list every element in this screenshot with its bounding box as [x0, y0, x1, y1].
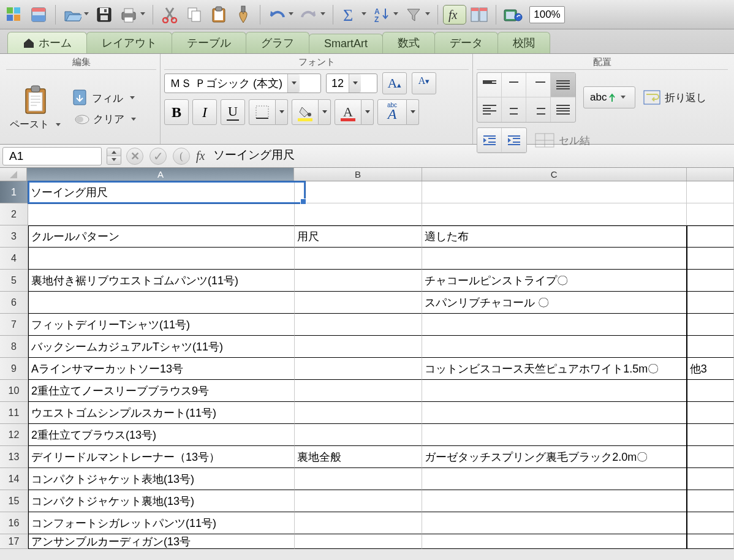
bold-button[interactable]: B — [164, 99, 189, 125]
cut-icon[interactable] — [158, 4, 181, 26]
cell[interactable] — [687, 468, 734, 490]
cell[interactable]: ソーイング用尺 — [28, 181, 295, 203]
cell[interactable] — [687, 336, 734, 358]
cell[interactable]: コンパクトジャケット裏地(13号) — [28, 490, 295, 512]
cell[interactable] — [687, 203, 734, 225]
tab-formula[interactable]: 数式 — [382, 32, 435, 53]
row-head[interactable]: 13 — [0, 446, 28, 468]
cell[interactable]: 用尺 — [295, 225, 422, 248]
row-head[interactable]: 17 — [0, 534, 28, 549]
cell[interactable] — [687, 225, 734, 248]
cell[interactable]: フィットデイリーTシャツ(11号) — [28, 314, 295, 336]
show-panel-icon[interactable] — [27, 4, 50, 26]
cell[interactable]: 適した布 — [422, 225, 686, 248]
cell[interactable] — [687, 248, 734, 270]
name-box-stepper[interactable] — [107, 148, 121, 165]
row-head[interactable]: 16 — [0, 512, 28, 534]
cell[interactable]: 裏地付き裾リブウエストゴムパンツ(11号) — [28, 270, 295, 292]
clear-button[interactable]: クリア — [71, 112, 139, 126]
media-icon[interactable] — [501, 4, 524, 26]
undo-icon[interactable] — [265, 4, 289, 26]
cell[interactable] — [422, 424, 686, 446]
cell[interactable] — [687, 446, 734, 468]
cell[interactable]: デイリードルマントレーナー（13号） — [28, 446, 295, 468]
redo-icon[interactable] — [297, 4, 320, 26]
cell[interactable]: スパンリブチャコール 〇 — [422, 292, 686, 314]
cell[interactable] — [295, 270, 422, 292]
dashboard-icon[interactable] — [2, 4, 26, 26]
col-head-c[interactable]: C — [422, 168, 687, 181]
cell[interactable] — [687, 512, 734, 534]
tab-table[interactable]: テーブル — [172, 32, 246, 53]
format-painter-icon[interactable] — [232, 4, 255, 26]
cell[interactable]: Aラインサマーカットソー13号 — [28, 358, 295, 380]
col-head-b[interactable]: B — [294, 168, 422, 181]
cell[interactable] — [422, 534, 686, 549]
toolbox-icon[interactable] — [467, 4, 491, 26]
cell[interactable]: チャコールピンストライプ〇 — [422, 270, 686, 292]
underline-button[interactable]: U — [221, 99, 245, 125]
cell[interactable]: コンパクトジャケット表地(13号) — [28, 468, 295, 490]
cell[interactable]: 2重仕立てノースリーブブラウス9号 — [28, 380, 295, 402]
row-head[interactable]: 5 — [0, 270, 28, 292]
cell[interactable]: 他3 — [687, 358, 734, 380]
merge-cells-button[interactable]: セル結 — [534, 132, 590, 148]
cell[interactable] — [28, 292, 295, 314]
formula-input[interactable]: ソーイング用尺 — [210, 147, 732, 165]
cell[interactable] — [687, 270, 734, 292]
cell[interactable] — [687, 402, 734, 424]
cell[interactable] — [422, 248, 686, 270]
cell[interactable]: ウエストゴムシンプルスカート(11号) — [28, 402, 295, 424]
cell[interactable] — [295, 336, 422, 358]
spreadsheet[interactable]: A B C 1 2 3 4 5 6 7 8 9 10 11 12 13 14 1… — [0, 168, 734, 549]
border-button[interactable] — [249, 99, 276, 125]
row-head[interactable]: 11 — [0, 402, 28, 424]
tab-home[interactable]: ホーム — [7, 32, 87, 53]
accept-formula-icon[interactable]: ✓ — [149, 148, 167, 165]
cell[interactable] — [295, 292, 422, 314]
cell[interactable] — [422, 512, 686, 534]
select-all-corner[interactable] — [0, 168, 27, 181]
cell[interactable]: 2重仕立てブラウス(13号) — [28, 424, 295, 446]
row-head[interactable]: 8 — [0, 336, 28, 358]
row-head[interactable]: 15 — [0, 490, 28, 512]
cell[interactable] — [295, 203, 422, 225]
cell[interactable] — [422, 490, 686, 512]
cell[interactable] — [687, 314, 734, 336]
tab-data[interactable]: データ — [434, 32, 498, 53]
cell[interactable] — [295, 248, 422, 270]
cell[interactable] — [422, 203, 686, 225]
col-head-d[interactable] — [687, 168, 734, 181]
increase-font-button[interactable]: A▴ — [382, 72, 407, 94]
paste-button[interactable]: ペースト — [6, 83, 67, 132]
row-head[interactable]: 4 — [0, 248, 28, 270]
col-head-a[interactable]: A — [27, 168, 294, 181]
row-head[interactable]: 2 — [0, 203, 28, 225]
paren-icon[interactable]: ( — [173, 148, 190, 165]
cell[interactable] — [422, 181, 686, 203]
cell[interactable] — [422, 380, 686, 402]
cell[interactable] — [295, 314, 422, 336]
cell[interactable]: コットンビスコース天竺ピュアホワイト1.5m〇 — [422, 358, 686, 380]
print-icon[interactable] — [117, 4, 140, 26]
cell[interactable]: 裏地全般 — [295, 446, 422, 468]
cell[interactable] — [295, 534, 422, 549]
fill-color-button[interactable] — [292, 99, 319, 125]
alignment-grid[interactable] — [477, 72, 576, 123]
cell[interactable]: ガーゼタッチスプリング裏毛ブラック2.0m〇 — [422, 446, 686, 468]
cancel-formula-icon[interactable]: ✕ — [126, 148, 143, 165]
tab-layout[interactable]: レイアウト — [86, 32, 172, 53]
row-head[interactable]: 7 — [0, 314, 28, 336]
fill-button[interactable]: フィル — [71, 89, 139, 107]
row-head[interactable]: 14 — [0, 468, 28, 490]
cell[interactable] — [687, 380, 734, 402]
cell-grid[interactable]: ソーイング用尺 クルールパターン用尺適した布 裏地付き裾リブウエストゴムパンツ(… — [28, 181, 734, 549]
row-head[interactable]: 3 — [0, 225, 28, 248]
tab-chart[interactable]: グラフ — [246, 32, 309, 53]
filter-icon[interactable] — [402, 4, 425, 26]
sort-icon[interactable]: AZ — [370, 4, 393, 26]
cell[interactable] — [295, 358, 422, 380]
decrease-font-button[interactable]: A▾ — [412, 72, 436, 94]
cell[interactable] — [687, 181, 734, 203]
cell[interactable] — [295, 490, 422, 512]
